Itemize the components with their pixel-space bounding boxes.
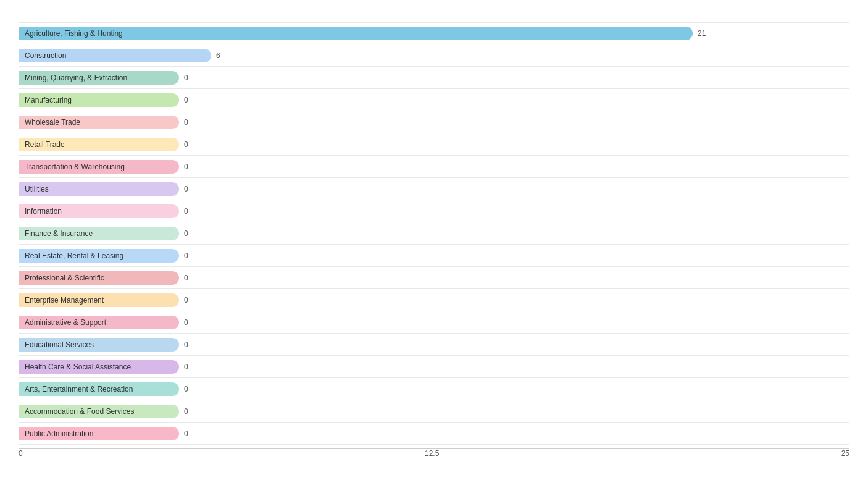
bar-value: 21 xyxy=(698,29,706,38)
bar-row: Real Estate, Rental & Leasing0 xyxy=(19,245,849,267)
bar-label: Arts, Entertainment & Recreation xyxy=(25,385,133,394)
bar-value: 0 xyxy=(184,207,188,216)
bar-label: Mining, Quarrying, & Extraction xyxy=(25,74,127,82)
bar-label: Enterprise Management xyxy=(25,296,104,305)
bar-value: 0 xyxy=(184,296,188,305)
bar-row: Accommodation & Food Services0 xyxy=(19,400,849,423)
bar-row: Educational Services0 xyxy=(19,334,849,356)
bar-label: Retail Trade xyxy=(25,140,65,149)
bar-label: Information xyxy=(25,207,62,216)
bar-value: 0 xyxy=(184,429,188,438)
bar-label: Wholesale Trade xyxy=(25,118,80,127)
bar-row: Arts, Entertainment & Recreation0 xyxy=(19,378,849,400)
bar-label: Professional & Scientific xyxy=(25,274,104,282)
bar-row: Administrative & Support0 xyxy=(19,311,849,334)
bar-value: 0 xyxy=(184,251,188,260)
bar-row: Retail Trade0 xyxy=(19,133,849,156)
bar-label: Accommodation & Food Services xyxy=(25,407,134,416)
bar-label: Finance & Insurance xyxy=(25,229,93,238)
bar-label: Agriculture, Fishing & Hunting xyxy=(25,29,123,38)
bar-row: Information0 xyxy=(19,200,849,222)
bar-value: 0 xyxy=(184,162,188,171)
bar-value: 0 xyxy=(184,185,188,193)
bar-row: Wholesale Trade0 xyxy=(19,111,849,133)
bar-row: Professional & Scientific0 xyxy=(19,267,849,289)
bar-value: 6 xyxy=(216,51,220,60)
bar-value: 0 xyxy=(184,363,188,371)
bar-row: Construction6 xyxy=(19,44,849,67)
bar-value: 0 xyxy=(184,96,188,104)
bar-row: Transportation & Warehousing0 xyxy=(19,156,849,178)
bar-label: Construction xyxy=(25,51,66,60)
chart-area: Agriculture, Fishing & Hunting21Construc… xyxy=(19,22,849,458)
bar-label: Real Estate, Rental & Leasing xyxy=(25,251,123,260)
bar-value: 0 xyxy=(184,274,188,282)
bar-label: Transportation & Warehousing xyxy=(25,162,125,171)
bar-value: 0 xyxy=(184,140,188,149)
bar-row: Agriculture, Fishing & Hunting21 xyxy=(19,22,849,44)
bar-value: 0 xyxy=(184,74,188,82)
bar-value: 0 xyxy=(184,385,188,394)
bar-value: 0 xyxy=(184,407,188,416)
bar-label: Utilities xyxy=(25,185,49,193)
bar-value: 0 xyxy=(184,229,188,238)
bar-label: Public Administration xyxy=(25,429,93,438)
bar-value: 0 xyxy=(184,340,188,349)
bar-row: Health Care & Social Assistance0 xyxy=(19,356,849,378)
bar-row: Mining, Quarrying, & Extraction0 xyxy=(19,67,849,89)
x-axis-tick: 25 xyxy=(841,449,849,458)
bar-label: Educational Services xyxy=(25,340,94,349)
x-axis-tick: 12.5 xyxy=(425,449,439,458)
bar-label: Administrative & Support xyxy=(25,318,106,327)
bar-row: Manufacturing0 xyxy=(19,89,849,111)
bar-value: 0 xyxy=(184,318,188,327)
bar-label: Manufacturing xyxy=(25,96,72,104)
bar-row: Public Administration0 xyxy=(19,423,849,445)
x-axis-tick: 0 xyxy=(19,449,23,458)
bar-label: Health Care & Social Assistance xyxy=(25,363,131,371)
bar-row: Enterprise Management0 xyxy=(19,289,849,311)
bar-row: Utilities0 xyxy=(19,178,849,200)
bar-value: 0 xyxy=(184,118,188,127)
bar-row: Finance & Insurance0 xyxy=(19,222,849,245)
